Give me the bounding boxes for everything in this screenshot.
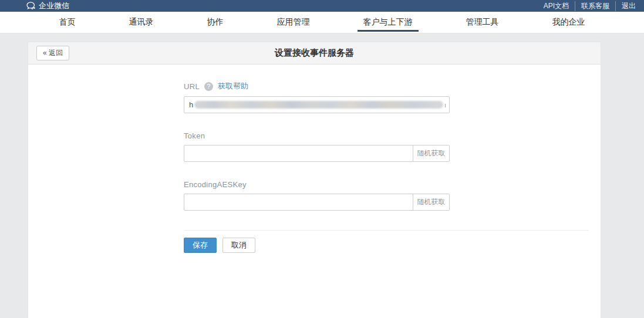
help-icon[interactable]: ? <box>204 82 213 91</box>
panel-header: « 返回 设置接收事件服务器 <box>28 42 601 65</box>
url-label-row: URL ? 获取帮助 <box>184 81 589 92</box>
encoding-aes-key-label-row: EncodingAESKey <box>184 180 589 189</box>
wework-logo-text: 企业微信 <box>39 1 69 11</box>
token-input-group: 随机获取 <box>184 145 450 162</box>
wework-logo-icon <box>26 2 36 10</box>
receive-event-server-form: URL ? 获取帮助 h ı Token 随机获取 <box>184 65 589 253</box>
nav-item-my-company[interactable]: 我的企业 <box>549 12 589 33</box>
topbar-link-api-docs[interactable]: API文档 <box>544 1 569 11</box>
encoding-aes-key-random-button[interactable]: 随机获取 <box>413 194 449 210</box>
token-label-row: Token <box>184 131 589 140</box>
wework-logo: 企业微信 <box>26 1 69 11</box>
main-nav: 首页 通讯录 协作 应用管理 客户与上下游 管理工具 我的企业 <box>0 12 644 33</box>
encoding-aes-key-input[interactable] <box>184 194 413 210</box>
encoding-aes-key-label: EncodingAESKey <box>184 180 247 189</box>
token-random-button[interactable]: 随机获取 <box>413 146 449 161</box>
url-field-group: URL ? 获取帮助 h ı <box>184 81 589 113</box>
url-input[interactable]: h ı <box>184 96 450 113</box>
url-redacted-value <box>194 101 443 109</box>
nav-item-management-tools[interactable]: 管理工具 <box>463 12 503 33</box>
back-button[interactable]: « 返回 <box>36 46 69 60</box>
token-field-group: Token 随机获取 <box>184 131 589 162</box>
token-label: Token <box>184 131 205 140</box>
url-value-prefix: h <box>189 100 193 109</box>
nav-item-home[interactable]: 首页 <box>56 12 79 33</box>
token-input[interactable] <box>184 146 413 161</box>
page-title: 设置接收事件服务器 <box>28 48 601 59</box>
encoding-aes-key-field-group: EncodingAESKey 随机获取 <box>184 180 589 211</box>
topbar: 企业微信 API文档 联系客服 退出 <box>0 0 644 12</box>
nav-item-customers-upstream-downstream[interactable]: 客户与上下游 <box>360 12 416 33</box>
get-help-link[interactable]: 获取帮助 <box>218 81 248 92</box>
cancel-button[interactable]: 取消 <box>222 238 255 253</box>
save-button[interactable]: 保存 <box>184 238 217 253</box>
url-value-suffix: ı <box>444 102 446 109</box>
encoding-aes-key-input-group: 随机获取 <box>184 194 450 211</box>
topbar-link-logout[interactable]: 退出 <box>615 1 636 11</box>
nav-item-contacts[interactable]: 通讯录 <box>126 12 157 33</box>
page-background: « 返回 设置接收事件服务器 URL ? 获取帮助 h ı Token <box>0 33 644 318</box>
nav-item-app-management[interactable]: 应用管理 <box>274 12 313 33</box>
form-divider <box>184 230 589 231</box>
url-label: URL <box>184 82 200 91</box>
form-actions: 保存 取消 <box>184 238 589 253</box>
nav-item-collaboration[interactable]: 协作 <box>204 12 227 33</box>
topbar-links: API文档 联系客服 退出 <box>544 1 636 11</box>
topbar-link-contact-support[interactable]: 联系客服 <box>575 1 609 11</box>
settings-panel: « 返回 设置接收事件服务器 URL ? 获取帮助 h ı Token <box>28 42 601 318</box>
